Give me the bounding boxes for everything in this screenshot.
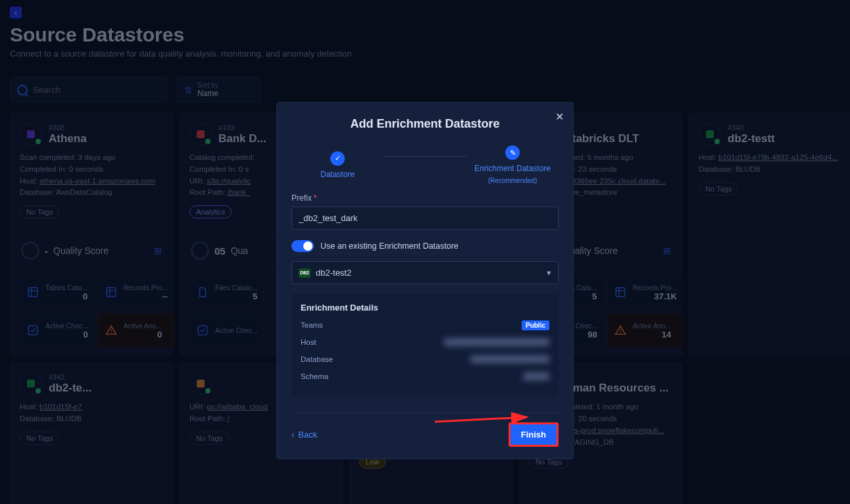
stepper: ✓ Datastore ✎ Enrichment Datastore (Reco…	[291, 145, 559, 184]
db2-icon: DB2	[299, 268, 311, 278]
step-1-dot: ✓	[330, 151, 345, 166]
select-value: db2-test2	[316, 268, 351, 278]
enrichment-select[interactable]: DB2 db2-test2 ▾	[291, 261, 559, 284]
close-icon[interactable]: ✕	[555, 111, 564, 123]
detail-teams-label: Teams	[301, 321, 323, 329]
chevron-down-icon: ▾	[547, 268, 551, 278]
detail-schema-value	[523, 372, 549, 380]
detail-schema-label: Schema	[301, 372, 328, 380]
finish-button[interactable]: Finish	[509, 422, 559, 447]
modal-overlay: ✕ Add Enrichment Datastore ✓ Datastore ✎…	[0, 0, 850, 504]
use-existing-toggle[interactable]	[291, 240, 314, 252]
step-1-label: Datastore	[320, 170, 355, 179]
modal-title: Add Enrichment Datastore	[291, 117, 559, 131]
public-badge: Public	[522, 320, 549, 330]
back-button[interactable]: ‹ Back	[291, 430, 317, 440]
enrichment-details-title: Enrichment Details	[301, 303, 549, 313]
prefix-label: Prefix*	[291, 193, 559, 203]
step-2-label: Enrichment Datastore	[474, 164, 551, 173]
detail-database-value	[470, 355, 549, 363]
detail-host-label: Host	[301, 338, 316, 346]
detail-host-value	[444, 338, 549, 346]
chevron-left-icon: ‹	[291, 430, 294, 440]
add-enrichment-modal: ✕ Add Enrichment Datastore ✓ Datastore ✎…	[276, 102, 574, 459]
toggle-label: Use an existing Enrichment Datastore	[320, 241, 459, 251]
prefix-input[interactable]	[291, 207, 559, 230]
detail-database-label: Database	[301, 355, 333, 363]
enrichment-details-panel: Enrichment Details Teams Public Host Dat…	[291, 293, 559, 397]
step-2-sublabel: (Recommended)	[488, 177, 537, 184]
step-2-dot: ✎	[505, 145, 520, 160]
